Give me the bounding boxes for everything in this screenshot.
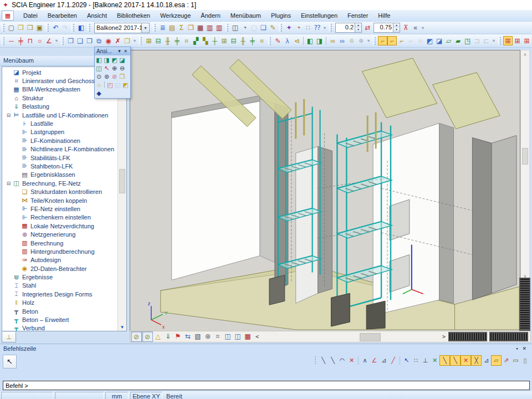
toolbar-icon[interactable]: ⌐ — [406, 36, 416, 45]
zoom-all-icon[interactable]: ⊛ — [103, 73, 110, 80]
tree-scrollbar[interactable]: ▲ ▼ — [117, 67, 126, 331]
snap-tangent-icon[interactable]: ⊿ — [482, 356, 491, 365]
print-icon[interactable]: ◫ — [231, 23, 240, 33]
menu--ndern[interactable]: Ändern — [196, 11, 225, 20]
rotate-horizontal-control-2[interactable] — [489, 332, 528, 341]
tree-item[interactable]: ┳Verbund — [2, 324, 117, 331]
save-icon[interactable]: ▣ — [35, 23, 44, 33]
toolbar-overflow-chevron[interactable]: ▿ — [491, 38, 497, 43]
toolbar-icon[interactable]: ⌗ — [257, 36, 267, 45]
tree-item[interactable]: ⇓Belastung — [2, 103, 117, 111]
toolbar-icon[interactable]: ▰ — [453, 36, 463, 45]
snap-midpoint-icon[interactable]: ✕ — [430, 356, 439, 365]
tree-expander-icon[interactable]: ⊟ — [5, 112, 12, 118]
toolbar-icon[interactable]: ⊟ — [229, 36, 238, 45]
copy-icon[interactable]: ❐ — [66, 36, 75, 45]
toolbar-icon[interactable]: ╪ — [172, 36, 182, 45]
toolbar-icon[interactable]: ◧ — [305, 36, 315, 45]
tree-item[interactable]: ⊪Stabilitäts-LFK — [2, 154, 117, 162]
menu-ansicht[interactable]: Ansicht — [82, 11, 112, 20]
view-top-icon[interactable]: ◫ — [95, 65, 103, 72]
node-tool-icon[interactable]: λ — [283, 36, 292, 45]
display-scale-icon[interactable]: ⊼ — [401, 23, 411, 33]
toolbar-icon[interactable]: ◨ — [315, 36, 324, 45]
ratio-icon[interactable]: « — [411, 23, 420, 33]
pan-left-icon[interactable]: < — [253, 334, 262, 340]
mesh-toggle-icon[interactable]: ⊛ — [203, 331, 213, 341]
snap-line2-icon[interactable]: ╲ — [328, 356, 337, 365]
snap-intersect-icon[interactable]: ✕ — [461, 355, 471, 366]
tree-item[interactable]: ⋈Teile/Knoten koppeln — [2, 196, 117, 204]
light-icon[interactable]: ☼ — [95, 81, 103, 89]
hatch-icon[interactable]: ⊲ — [292, 36, 301, 45]
toolbar-icon[interactable]: ⊞ — [219, 36, 229, 45]
vscroll-thumb[interactable] — [522, 148, 528, 165]
frame-icon[interactable]: ⊓ — [25, 36, 35, 45]
menu-hilfe[interactable]: Hilfe — [373, 11, 395, 20]
toolbar-icon[interactable]: ▚ — [201, 36, 210, 45]
tree-item[interactable]: ‖Holz — [2, 299, 117, 307]
snap-direction-icon[interactable]: ⇗ — [502, 356, 511, 365]
toolbar-icon[interactable]: ⊞ — [144, 36, 154, 45]
toolbar-icon[interactable]: ◩ — [425, 36, 434, 45]
close-icon[interactable]: ✕ — [520, 346, 529, 351]
grid-snap-icon[interactable]: ∷ — [303, 23, 313, 33]
view-back-icon[interactable]: ◨ — [103, 57, 110, 64]
snap-endpoint-icon[interactable]: ╲ — [439, 355, 450, 366]
chevron-down-icon[interactable]: ▼ — [116, 49, 122, 54]
labels-toggle-icon[interactable]: ⚑ — [173, 331, 183, 341]
view-eye-icon[interactable]: ◉ — [104, 36, 113, 45]
zoom-in-icon[interactable]: ⊕ — [111, 65, 118, 72]
render-mode-icon[interactable]: ◆ — [95, 90, 103, 97]
menu-einstellungen[interactable]: Einstellungen — [296, 11, 342, 20]
snap-triangle-icon[interactable]: ⊿ — [379, 356, 388, 365]
activity-icon[interactable]: ▤ — [167, 23, 177, 33]
document-open-icon[interactable]: ❏ — [259, 23, 268, 33]
layers-icon[interactable]: ≣ — [158, 23, 167, 33]
render-solid-icon[interactable]: ⊘ — [142, 331, 153, 342]
toolbar-icon[interactable]: ⌐ — [397, 36, 406, 45]
surface-toggle-icon[interactable]: ▧ — [193, 331, 203, 341]
tree-item[interactable]: ⌶Integriertes Design Forms — [2, 290, 117, 298]
viewport-hscroll-track[interactable] — [262, 332, 439, 341]
view-reset-icon[interactable]: ↖ — [103, 65, 110, 72]
view-axo-icon[interactable]: ◪ — [119, 57, 126, 64]
tree-item[interactable]: ▥Hintergrundberechnung — [2, 247, 117, 255]
camera-icon[interactable]: ◰ — [106, 81, 114, 89]
rotate-horizontal-control[interactable] — [448, 332, 487, 341]
pin-icon[interactable]: ▪ — [514, 346, 520, 351]
new-project-icon[interactable]: ▢ — [7, 23, 16, 33]
scia-module-icon[interactable]: ▦ — [2, 11, 14, 21]
zoom-selection-icon[interactable]: ⊘ — [111, 73, 118, 80]
menubaum-tab[interactable]: ⊥ — [2, 332, 16, 342]
tree-item[interactable]: ⊟◫Berechnung, FE-Netz — [2, 179, 117, 187]
snap-plane-icon[interactable]: ▱ — [491, 355, 502, 366]
snap-perp-icon[interactable]: ⊥ — [421, 356, 430, 365]
scroll-down-icon[interactable]: ▼ — [118, 323, 126, 331]
toolbar-overflow-chevron[interactable]: ▿ — [420, 25, 426, 30]
edit-icon[interactable]: ✎ — [273, 36, 283, 45]
status-plane[interactable]: Ebene XY — [130, 392, 162, 399]
tree-item[interactable]: ⋓Ergebnisse — [2, 273, 117, 281]
supports-toggle-icon[interactable]: △ — [153, 331, 163, 341]
menu-datei[interactable]: Datei — [18, 11, 43, 20]
tree-item[interactable]: ⊩FE-Netz einstellen — [2, 204, 117, 213]
toolbar-icon[interactable]: ▱ — [444, 36, 453, 45]
window-icon[interactable]: ◧ — [76, 23, 86, 33]
search-icon[interactable]: ◔ — [294, 23, 303, 33]
mesh-icon[interactable]: ▦ — [196, 23, 205, 33]
tree-item[interactable]: ⊪Nichtlineare LF-Kombinationen — [2, 145, 117, 154]
toolbar-icon[interactable]: ⌗ — [416, 36, 425, 45]
toolbar-icon[interactable]: ⊞ — [522, 36, 531, 45]
tree-item[interactable]: ❏Strukturdaten kontrollieren — [2, 187, 117, 196]
binocular-icon[interactable]: ⌾ — [347, 36, 356, 45]
snap-table-icon[interactable]: ▭ — [511, 356, 520, 365]
tree-item[interactable]: ⊛Netzgenerierung — [2, 230, 117, 238]
toolbar-icon[interactable]: ┼ — [210, 36, 219, 45]
snap-angle-icon[interactable]: ∠ — [370, 356, 379, 365]
tree-item[interactable]: ┳Beton — [2, 307, 117, 315]
palette-title-bar[interactable]: Ansi... ▼ ✕ — [95, 47, 130, 55]
section2-toggle-icon[interactable]: ◫ — [233, 331, 243, 341]
load-panel-icon[interactable]: ⊞ — [503, 36, 513, 45]
tree-item[interactable]: ⊪LF-Kombinationen — [2, 136, 117, 145]
